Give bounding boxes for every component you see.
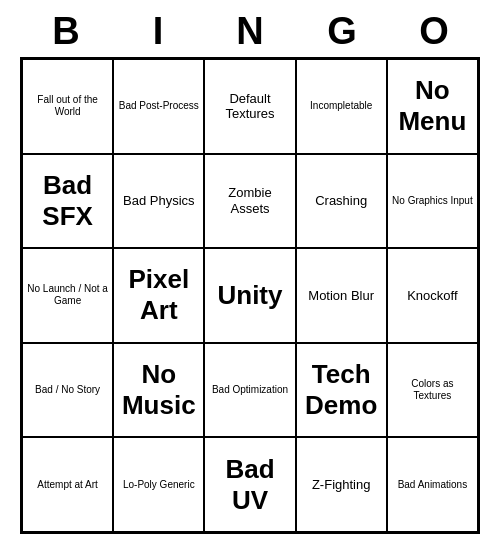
- bingo-header: BINGO: [20, 10, 480, 53]
- bingo-cell-14: Knockoff: [387, 248, 478, 343]
- bingo-cell-9: No Graphics Input: [387, 154, 478, 249]
- bingo-header-letter: B: [22, 10, 110, 53]
- bingo-cell-20: Attempt at Art: [22, 437, 113, 532]
- bingo-cell-16: No Music: [113, 343, 204, 438]
- bingo-cell-8: Crashing: [296, 154, 387, 249]
- bingo-cell-15: Bad / No Story: [22, 343, 113, 438]
- bingo-cell-3: Incompletable: [296, 59, 387, 154]
- bingo-header-letter: I: [114, 10, 202, 53]
- bingo-cell-1: Bad Post-Process: [113, 59, 204, 154]
- bingo-cell-2: Default Textures: [204, 59, 295, 154]
- bingo-cell-6: Bad Physics: [113, 154, 204, 249]
- bingo-cell-23: Z-Fighting: [296, 437, 387, 532]
- bingo-cell-17: Bad Optimization: [204, 343, 295, 438]
- bingo-cell-21: Lo-Poly Generic: [113, 437, 204, 532]
- bingo-cell-11: Pixel Art: [113, 248, 204, 343]
- bingo-cell-12: Unity: [204, 248, 295, 343]
- bingo-header-letter: O: [390, 10, 478, 53]
- bingo-grid: Fall out of the WorldBad Post-ProcessDef…: [20, 57, 480, 534]
- bingo-cell-18: Tech Demo: [296, 343, 387, 438]
- bingo-cell-10: No Launch / Not a Game: [22, 248, 113, 343]
- bingo-cell-22: Bad UV: [204, 437, 295, 532]
- bingo-cell-7: Zombie Assets: [204, 154, 295, 249]
- bingo-header-letter: N: [206, 10, 294, 53]
- bingo-cell-19: Colors as Textures: [387, 343, 478, 438]
- bingo-cell-24: Bad Animations: [387, 437, 478, 532]
- bingo-cell-4: No Menu: [387, 59, 478, 154]
- bingo-cell-0: Fall out of the World: [22, 59, 113, 154]
- bingo-cell-5: Bad SFX: [22, 154, 113, 249]
- bingo-cell-13: Motion Blur: [296, 248, 387, 343]
- bingo-header-letter: G: [298, 10, 386, 53]
